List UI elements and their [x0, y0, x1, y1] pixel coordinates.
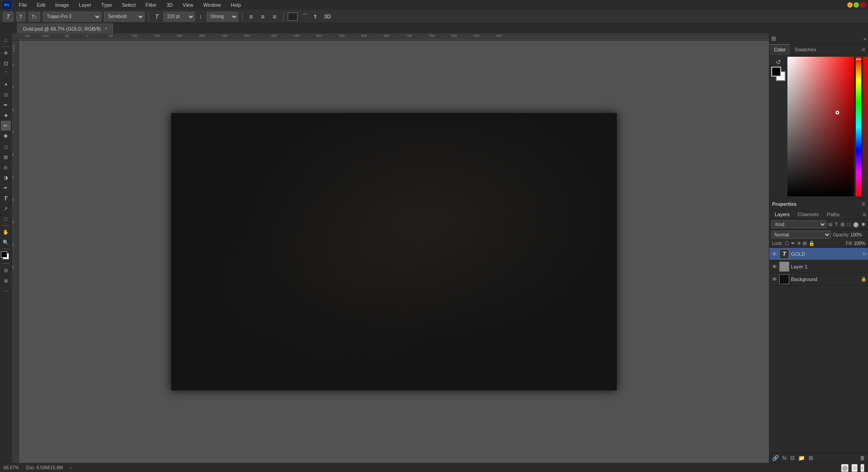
- font-size-select[interactable]: 220 pt: [163, 12, 195, 22]
- eyedropper-tool-btn[interactable]: ✒: [1, 100, 11, 110]
- warp-text-btn[interactable]: ⌒: [300, 13, 310, 21]
- timeline-btn[interactable]: ⬤: [841, 464, 849, 472]
- type-orientation[interactable]: T↕: [28, 12, 40, 22]
- swatches-tab[interactable]: Swatches: [790, 44, 821, 55]
- layer-filter-select[interactable]: Kind: [771, 220, 827, 228]
- panel-collapse-btn[interactable]: «: [863, 36, 866, 41]
- fill-value[interactable]: 100%: [854, 241, 865, 246]
- menu-3d[interactable]: 3D: [165, 1, 175, 9]
- menu-window[interactable]: Window: [201, 1, 222, 9]
- foreground-color-box[interactable]: [771, 67, 781, 77]
- font-style-select[interactable]: Semibold: [104, 12, 145, 22]
- menu-file[interactable]: File: [17, 1, 29, 9]
- menu-type[interactable]: Type: [99, 1, 114, 9]
- quick-select-tool-btn[interactable]: ⁕: [1, 79, 11, 89]
- canvas[interactable]: GOLD: [171, 113, 617, 390]
- more-tools-btn[interactable]: ···: [1, 286, 11, 296]
- menu-select[interactable]: Select: [120, 1, 138, 9]
- menu-filter[interactable]: Filter: [144, 1, 158, 9]
- align-right-btn[interactable]: ≡: [270, 12, 279, 21]
- alpha-bar[interactable]: [863, 57, 868, 196]
- link-layers-btn[interactable]: 🔗: [771, 454, 780, 462]
- close-button[interactable]: ✕: [860, 2, 865, 8]
- eraser-tool-btn[interactable]: ◻: [1, 141, 11, 151]
- menu-help[interactable]: Help: [229, 1, 243, 9]
- menu-image[interactable]: Image: [54, 1, 71, 9]
- notes-btn[interactable]: ⊞: [851, 464, 858, 472]
- create-layer-btn[interactable]: ⊞: [808, 454, 814, 462]
- create-group-btn[interactable]: 📁: [797, 454, 806, 462]
- lock-image-icon[interactable]: ✒: [791, 241, 795, 246]
- blend-mode-select[interactable]: Normal: [771, 231, 831, 239]
- layer-fx-gold[interactable]: fx: [863, 252, 866, 256]
- home-btn[interactable]: ⌂: [1, 35, 11, 45]
- lasso-tool-btn[interactable]: ⌒: [1, 69, 11, 79]
- add-style-btn[interactable]: fx: [782, 454, 787, 462]
- tab-close-btn[interactable]: ×: [104, 26, 107, 31]
- document-tab[interactable]: Gold.psd @ 66.7% (GOLD, RGB/8) ×: [17, 23, 113, 33]
- menu-layer[interactable]: Layer: [77, 1, 93, 9]
- character-panel-btn[interactable]: ¶: [312, 14, 319, 19]
- color-gradient-box[interactable]: [787, 57, 854, 196]
- type-tool-options[interactable]: T: [16, 12, 26, 22]
- align-center-btn[interactable]: ≡: [258, 12, 267, 21]
- opacity-value[interactable]: 100%: [850, 232, 866, 237]
- leading-btn[interactable]: ↕: [198, 14, 204, 20]
- lock-artboard-icon[interactable]: ⊞: [803, 241, 807, 246]
- anti-alias-select[interactable]: Strong: [207, 12, 238, 22]
- layer-visibility-1[interactable]: 👁: [771, 264, 778, 269]
- foreground-color-btn[interactable]: [1, 251, 7, 258]
- crop-tool-btn[interactable]: ⊡: [1, 90, 11, 100]
- tool-icon-btn[interactable]: T: [3, 12, 14, 22]
- menu-view[interactable]: View: [181, 1, 195, 9]
- add-mask-btn[interactable]: ⊟: [789, 454, 796, 462]
- doc-info-arrow[interactable]: ›: [70, 465, 72, 470]
- channels-tab[interactable]: Channels: [794, 211, 822, 218]
- blur-tool-btn[interactable]: ◎: [1, 162, 11, 172]
- minimize-button[interactable]: –: [847, 2, 853, 8]
- maximize-button[interactable]: □: [854, 2, 859, 8]
- gradient-tool-btn[interactable]: ▤: [1, 152, 11, 162]
- foreground-background-colors[interactable]: [1, 251, 11, 261]
- properties-menu-icon[interactable]: ≡: [862, 200, 865, 208]
- layer-filter-icon[interactable]: ⊟: [827, 222, 833, 227]
- paths-tab[interactable]: Paths: [823, 211, 843, 218]
- clone-tool-btn[interactable]: ✱: [1, 131, 11, 141]
- layers-panel-menu[interactable]: ≡: [863, 211, 866, 218]
- healing-tool-btn[interactable]: ✚: [1, 110, 11, 120]
- move-tool-btn[interactable]: ✛: [1, 48, 11, 58]
- font-family-select[interactable]: Trajan Pro 3: [43, 12, 101, 22]
- zoom-tool-btn[interactable]: 🔍: [1, 237, 11, 247]
- color-panel-menu[interactable]: ≡: [859, 46, 868, 53]
- toggle-3d-btn[interactable]: 3D: [321, 12, 333, 22]
- color-tab[interactable]: Color: [769, 44, 790, 55]
- screen-mode-btn[interactable]: ⊞: [1, 276, 11, 286]
- quick-mask-btn[interactable]: ⊟: [1, 265, 11, 275]
- path-select-tool-btn[interactable]: ↗: [1, 204, 11, 213]
- layer-add-btn[interactable]: T: [834, 222, 839, 227]
- lock-all-icon[interactable]: 🔒: [809, 241, 815, 246]
- properties-icon-btn[interactable]: ⊞: [771, 35, 776, 42]
- delete-layer-btn[interactable]: 🗑: [859, 454, 866, 462]
- layer-item-background[interactable]: 👁 Background 🔒: [769, 273, 868, 286]
- layer-visibility-bg[interactable]: 👁: [771, 277, 778, 282]
- dodge-tool-btn[interactable]: ◑: [1, 172, 11, 182]
- reset-colors-icon[interactable]: ↺: [775, 59, 782, 66]
- brush-tool-btn[interactable]: ✏: [1, 121, 11, 131]
- layer-item-gold[interactable]: 👁 T GOLD fx: [769, 248, 868, 260]
- color-picker[interactable]: ↺: [769, 55, 868, 198]
- layer-item-1[interactable]: 👁 Layer 1: [769, 260, 868, 273]
- layer-pixel-btn[interactable]: ⬤: [852, 222, 859, 227]
- menu-edit[interactable]: Edit: [35, 1, 47, 9]
- lock-transparent-icon[interactable]: ⬡: [785, 241, 789, 246]
- align-left-btn[interactable]: ≡: [247, 12, 256, 21]
- layer-smart-btn[interactable]: ✱: [860, 222, 866, 227]
- canvas-container[interactable]: GOLD: [19, 41, 769, 463]
- layer-adjustment-btn[interactable]: ⊞: [840, 222, 845, 227]
- hand-tool-btn[interactable]: ✋: [1, 227, 11, 237]
- layer-shape-btn[interactable]: □: [846, 222, 851, 227]
- hue-spectrum-bar[interactable]: [856, 57, 861, 196]
- lock-position-icon[interactable]: ✛: [797, 241, 801, 246]
- layer-visibility-gold[interactable]: 👁: [771, 251, 778, 257]
- type-tool-btn[interactable]: T: [1, 193, 11, 203]
